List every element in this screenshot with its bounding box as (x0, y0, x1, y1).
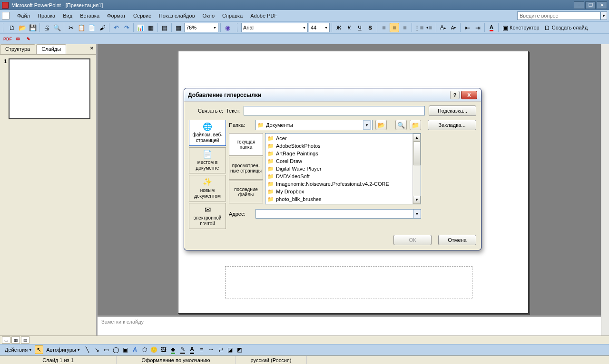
textbox-tool[interactable]: ▣ (121, 345, 130, 354)
shadow-button[interactable]: S (365, 23, 375, 32)
link-target-newdoc[interactable]: ✨ новым документом (189, 175, 226, 201)
print-preview-button[interactable]: 🔍 (52, 23, 62, 32)
cancel-button[interactable]: Отмена (438, 235, 476, 245)
decrease-font-button[interactable]: A▾ (449, 23, 458, 32)
help-search-input[interactable] (517, 11, 600, 20)
clipart-button[interactable]: 🙂 (150, 345, 158, 354)
new-doc-button[interactable]: 🗋 (7, 23, 17, 32)
picture-button[interactable]: 🖼 (159, 345, 168, 354)
bold-button[interactable]: Ж (334, 23, 344, 32)
notes-pane[interactable]: Заметки к слайду (98, 316, 609, 335)
font-color-draw-button[interactable]: A (188, 345, 196, 354)
link-target-place[interactable]: 📄 местом в документе (189, 147, 226, 173)
decrease-indent-button[interactable]: ⇤ (462, 23, 472, 32)
arrow-tool[interactable]: ↘ (93, 345, 101, 354)
font-name-combo[interactable]: Arial▼ (241, 23, 308, 32)
actions-menu[interactable]: Действия▼ (3, 345, 34, 354)
show-grid-button[interactable]: ▦ (174, 23, 183, 32)
diagram-button[interactable]: ⬡ (140, 345, 149, 354)
maximize-button[interactable]: ❐ (585, 1, 596, 9)
cut-button[interactable]: ✂ (66, 23, 76, 32)
menu-format[interactable]: Формат (103, 13, 129, 19)
list-item[interactable]: 📁DVDVideoSoft (267, 172, 419, 180)
browse-web-button[interactable]: 🔍 (395, 120, 407, 130)
zoom-combo[interactable]: 76%▼ (184, 23, 218, 32)
fill-color-button[interactable]: ◆ (169, 345, 177, 354)
list-item[interactable]: 📁Imagenomic.Noiseware.Professional.v4.2-… (267, 180, 419, 188)
help-button[interactable]: ◉ (223, 23, 232, 32)
paste-button[interactable]: 📄 (87, 23, 97, 32)
file-list[interactable]: 📁Acer 📁AdobeStockPhotos 📁ArtRage Paintin… (265, 133, 421, 204)
insert-table-button[interactable]: ▦ (146, 23, 156, 32)
slide-thumbnail-1[interactable] (9, 58, 90, 119)
undo-button[interactable]: ↶ (111, 23, 121, 32)
text-placeholder[interactable] (225, 266, 472, 298)
vertical-scrollbar[interactable] (601, 44, 609, 335)
save-button[interactable]: 💾 (28, 23, 38, 32)
ok-button[interactable]: ОК (393, 235, 432, 245)
format-painter-button[interactable]: 🖌 (98, 23, 107, 32)
text-input[interactable] (244, 106, 425, 115)
align-center-button[interactable]: ≡ (390, 23, 399, 32)
arrow-style-button[interactable]: ⇄ (216, 345, 225, 354)
line-style-button[interactable]: ≡ (197, 345, 206, 354)
dash-style-button[interactable]: ┅ (207, 345, 216, 354)
menu-window[interactable]: Окно (199, 13, 219, 19)
hint-button[interactable]: Подсказка... (429, 105, 476, 116)
link-target-email[interactable]: ✉ электронной почтой (189, 203, 226, 229)
list-item[interactable]: 📁ArtRage Paintings (267, 150, 419, 157)
slideshow-view-button[interactable]: ▤ (21, 336, 29, 344)
list-item[interactable]: 📁R-TT (267, 203, 419, 204)
dialog-help-button[interactable]: ? (450, 91, 460, 99)
file-list-scrollbar[interactable]: ▲ ▼ (413, 134, 421, 204)
menu-view[interactable]: Вид (59, 13, 76, 19)
menu-insert[interactable]: Вставка (76, 13, 103, 19)
insert-chart-button[interactable]: 📊 (136, 23, 145, 32)
list-item[interactable]: 📁photo_blik_brushes (267, 195, 419, 203)
wordart-button[interactable]: A (131, 345, 139, 354)
numbered-list-button[interactable]: ⋮≡ (414, 23, 423, 32)
list-item[interactable]: 📁Digital Wave Player (267, 165, 419, 172)
menu-edit[interactable]: Правка (34, 13, 59, 19)
subnav-recent-files[interactable]: последние файлы (229, 181, 263, 203)
minimize-button[interactable]: − (574, 1, 584, 9)
align-right-button[interactable]: ≡ (400, 23, 410, 32)
sorter-view-button[interactable]: ▦ (11, 336, 20, 344)
subnav-current-folder[interactable]: текущая папка (229, 133, 263, 156)
align-left-button[interactable]: ≡ (379, 23, 389, 32)
pdf-convert-button[interactable]: PDF (3, 34, 12, 44)
bulleted-list-button[interactable]: •≡ (424, 23, 434, 32)
increase-font-button[interactable]: A▴ (438, 23, 448, 32)
list-item[interactable]: 📁My Dropbox (267, 188, 419, 195)
font-size-combo[interactable]: 44▼ (309, 23, 330, 32)
italic-button[interactable]: К (344, 23, 354, 32)
redo-button[interactable]: ↷ (122, 23, 131, 32)
line-color-button[interactable]: ✎ (178, 345, 187, 354)
list-item[interactable]: 📁Corel Draw (267, 157, 419, 165)
underline-button[interactable]: Ч (355, 23, 364, 32)
subnav-browsed-pages[interactable]: просмотрен-ные страницы (229, 157, 263, 180)
tab-structure[interactable]: Структура (0, 44, 35, 54)
tab-slides[interactable]: Слайды (36, 44, 66, 54)
close-pane-button[interactable]: × (88, 44, 96, 54)
new-slide-button[interactable]: 🗋Создать слайд (542, 23, 589, 32)
close-button[interactable]: ✕ (597, 1, 607, 9)
menu-slideshow[interactable]: Показ слайдов (155, 13, 199, 19)
oval-tool[interactable]: ◯ (112, 345, 120, 354)
open-button[interactable]: 📂 (18, 23, 27, 32)
pdf-review-button[interactable]: ✎ (24, 34, 33, 44)
link-target-file-web[interactable]: 🌐 файлом, веб-страницей (189, 120, 226, 146)
list-item[interactable]: 📁Acer (267, 134, 419, 142)
select-tool[interactable]: ↖ (35, 345, 43, 354)
app-menu-icon[interactable] (2, 12, 10, 19)
normal-view-button[interactable]: ▭ (2, 336, 10, 344)
folder-dropdown-icon[interactable]: ▼ (363, 120, 371, 130)
print-button[interactable]: 🖨 (42, 23, 51, 32)
menu-help[interactable]: Справка (218, 13, 246, 19)
line-tool[interactable]: ╲ (83, 345, 92, 354)
list-item[interactable]: 📁AdobeStockPhotos (267, 142, 419, 150)
slide-designer-button[interactable]: ▣Конструктор (501, 23, 541, 32)
font-color-button[interactable]: A (487, 23, 496, 32)
folder-combo[interactable]: 📁 Документы ▼ (255, 120, 373, 130)
dialog-title-bar[interactable]: Добавление гиперссылки ? X (184, 88, 481, 102)
